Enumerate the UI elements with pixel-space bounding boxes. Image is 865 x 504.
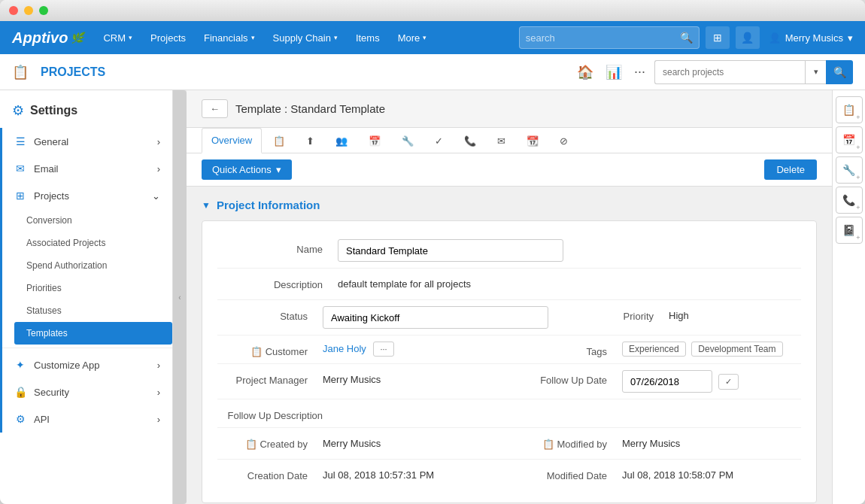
user-menu[interactable]: 👤 Merry Musics ▾	[769, 32, 853, 44]
logo-leaf: 🌿	[71, 32, 83, 44]
top-nav: Apptivo 🌿 CRM ▾ Projects Financials ▾ Su…	[0, 21, 865, 54]
created-by-label: 📋 Created by	[217, 434, 323, 450]
settings-header: ⚙ Settings	[0, 90, 172, 128]
sub-item-statuses[interactable]: Statuses	[14, 299, 172, 322]
customer-more-button[interactable]: ···	[373, 342, 393, 357]
tab-3[interactable]: ⬆	[296, 129, 324, 153]
tab-5[interactable]: 📅	[359, 129, 390, 153]
customize-arrow-icon: ›	[157, 360, 160, 371]
quick-actions-button[interactable]: Quick Actions ▾	[202, 159, 292, 180]
customer-label: 📋 Customer	[217, 342, 323, 357]
right-sidebar-log-button[interactable]: 📓+	[836, 217, 863, 244]
tab-7[interactable]: ✓	[425, 129, 453, 153]
projects-search-button[interactable]: 🔍	[826, 60, 853, 84]
tab-4[interactable]: 👥	[326, 129, 357, 153]
sub-item-spend-authorization[interactable]: Spend Authorization	[14, 254, 172, 277]
section-header: ▼ Project Information	[202, 199, 817, 211]
financials-chevron-icon: ▾	[251, 34, 255, 41]
sub-item-associated-projects[interactable]: Associated Projects	[14, 232, 172, 254]
search-dropdown-button[interactable]: ▾	[805, 60, 826, 84]
api-icon: ⚙	[14, 413, 26, 425]
sidebar-item-email[interactable]: ✉ Email ›	[2, 155, 172, 182]
right-sidebar-calendar-button[interactable]: 📅+	[836, 126, 863, 153]
tab3-icon: ⬆	[306, 135, 314, 147]
home-button[interactable]: 🏠	[574, 61, 596, 83]
sub-nav-actions: 🏠 📊 ··· ▾ 🔍	[574, 60, 853, 84]
nav-item-items[interactable]: Items	[348, 28, 387, 48]
name-input[interactable]	[338, 239, 563, 262]
modified-date-label: Modified Date	[517, 466, 622, 481]
tab11-icon: ⊘	[560, 135, 568, 147]
sidebar-item-security[interactable]: 🔒 Security ›	[2, 378, 172, 405]
priority-label: Priority	[563, 306, 669, 322]
content-area: ← Template : Standard Template Overview …	[187, 90, 832, 504]
status-input[interactable]	[323, 306, 548, 329]
user-chevron-icon: ▾	[848, 32, 853, 44]
section-collapse-icon[interactable]: ▼	[202, 200, 211, 211]
tag-development-team: Development Team	[691, 342, 782, 357]
customer-link[interactable]: Jane Holy	[323, 343, 366, 354]
right-sidebar-note-button[interactable]: 📋+	[836, 96, 863, 123]
customer-icon: 📋	[250, 346, 266, 357]
tab-9[interactable]: ✉	[487, 129, 515, 153]
nav-item-more[interactable]: More ▾	[390, 28, 435, 48]
sidebar-item-general[interactable]: ☰ General ›	[2, 128, 172, 155]
close-button[interactable]	[9, 6, 18, 15]
calendar-plus-icon: +	[856, 144, 860, 151]
main-layout: ⚙ Settings ☰ General › ✉ Email ›	[0, 90, 865, 504]
tab4-icon: 👥	[335, 135, 348, 147]
sub-item-priorities[interactable]: Priorities	[14, 277, 172, 299]
sidebar-item-customize-app[interactable]: ✦ Customize App ›	[2, 351, 172, 378]
global-search-bar[interactable]: 🔍	[519, 26, 700, 49]
tab-overview[interactable]: Overview	[202, 128, 262, 153]
apps-grid-button[interactable]: ⊞	[706, 26, 730, 49]
sub-item-templates[interactable]: Templates	[14, 322, 172, 345]
global-search-input[interactable]	[526, 32, 675, 44]
sidebar-collapse-handle[interactable]: ‹	[173, 90, 187, 504]
tab-10[interactable]: 📆	[517, 129, 548, 153]
api-arrow-icon: ›	[157, 414, 160, 425]
follow-up-date-check-button[interactable]: ✓	[718, 374, 739, 390]
back-button[interactable]: ←	[202, 99, 228, 118]
form-row-created-modified: 📋 Created by Merry Musics 📋	[217, 428, 801, 460]
notifications-button[interactable]: 👤	[736, 26, 760, 49]
more-options-button[interactable]: ···	[631, 61, 648, 83]
right-sidebar-call-button[interactable]: 📞+	[836, 187, 863, 214]
creation-date-value: Jul 08, 2018 10:57:31 PM	[323, 466, 502, 484]
projects-sub-icon: 📋	[12, 64, 29, 80]
page-header: ← Template : Standard Template	[187, 90, 832, 128]
tab6-icon: 🔧	[402, 135, 414, 147]
tab-2[interactable]: 📋	[263, 129, 295, 153]
settings-gear-icon: ⚙	[12, 102, 24, 119]
sidebar-item-projects[interactable]: ⊞ Projects ⌄	[2, 182, 172, 209]
delete-button[interactable]: Delete	[764, 159, 817, 180]
right-sidebar-task-button[interactable]: 🔧+	[836, 156, 863, 184]
follow-up-date-input[interactable]	[622, 370, 712, 393]
nav-item-supply-chain[interactable]: Supply Chain ▾	[266, 28, 345, 48]
sidebar-item-api[interactable]: ⚙ API ›	[2, 405, 172, 433]
tab-6[interactable]: 🔧	[392, 129, 423, 153]
tab-8[interactable]: 📞	[454, 129, 486, 153]
call-plus-icon: +	[856, 204, 860, 211]
nav-item-crm[interactable]: CRM ▾	[96, 28, 140, 48]
minimize-button[interactable]	[24, 6, 33, 15]
description-label: Description	[217, 275, 338, 290]
form-row-status-priority: Status Priority High	[217, 300, 801, 335]
projects-title: PROJECTS	[41, 65, 105, 79]
right-sidebar: 📋+ 📅+ 🔧+ 📞+ 📓+	[832, 90, 865, 504]
nav-item-financials[interactable]: Financials ▾	[196, 28, 263, 48]
tab-11[interactable]: ⊘	[550, 129, 578, 153]
sub-item-conversion[interactable]: Conversion	[14, 209, 172, 232]
back-arrow-icon: ←	[210, 103, 220, 114]
more-chevron-icon: ▾	[423, 34, 426, 41]
name-label: Name	[217, 239, 338, 255]
crm-chevron-icon: ▾	[129, 34, 132, 41]
chart-button[interactable]: 📊	[602, 61, 625, 83]
sidebar: ⚙ Settings ☰ General › ✉ Email ›	[0, 90, 173, 504]
project-manager-value: Merry Musics	[323, 370, 502, 389]
nav-item-projects[interactable]: Projects	[143, 28, 193, 48]
global-search-icon[interactable]: 🔍	[680, 32, 693, 44]
projects-search-input[interactable]	[654, 60, 805, 84]
maximize-button[interactable]	[39, 6, 48, 15]
form-row-manager-followup: Project Manager Merry Musics Follow Up D…	[217, 364, 801, 399]
